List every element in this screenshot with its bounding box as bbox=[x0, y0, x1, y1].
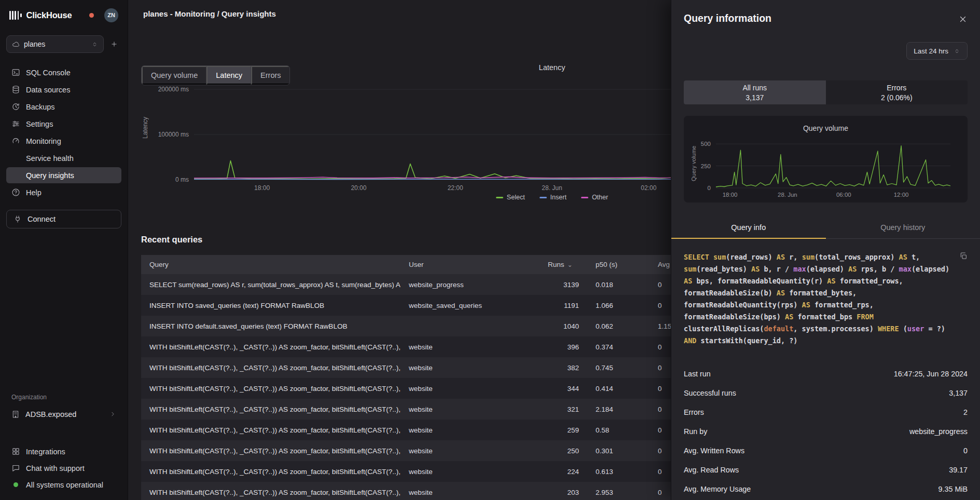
legend-insert[interactable]: Insert bbox=[540, 194, 567, 201]
sidebar-item-integrations[interactable]: Integrations bbox=[6, 443, 121, 460]
col-header-runs[interactable]: Runs⌄ bbox=[540, 255, 587, 274]
volume-plot bbox=[716, 139, 950, 188]
stat-errors[interactable]: Errors 2 (0.06%) bbox=[826, 80, 968, 104]
tab-query-info[interactable]: Query info bbox=[671, 218, 826, 238]
y-axis-label: Latency bbox=[141, 76, 149, 180]
cell-runs: 382 bbox=[540, 357, 587, 378]
recent-queries-body: SELECT sum(read_rows) AS r, sum(total_ro… bbox=[141, 274, 764, 500]
chat-icon bbox=[11, 464, 20, 472]
copy-icon[interactable] bbox=[959, 252, 968, 260]
table-row[interactable]: INSERT INTO default.saved_queries (text)… bbox=[141, 316, 764, 336]
sql-code: SELECT sum(read_rows) AS r, sum(total_ro… bbox=[684, 253, 949, 345]
table-header-row: Query User Runs⌄ p50 (s) Avg bbox=[141, 255, 764, 274]
tab-query-volume[interactable]: Query volume bbox=[142, 66, 206, 85]
legend-swatch bbox=[496, 197, 503, 198]
table-row[interactable]: WITH bitShiftLeft(CAST(?..), _CAST(?..))… bbox=[141, 461, 764, 482]
chart-title: Query volume bbox=[690, 124, 961, 132]
y-axis-ticks: 0250500 bbox=[697, 139, 716, 188]
cell-query: WITH bitShiftLeft(CAST(?..), _CAST(?..))… bbox=[141, 482, 401, 500]
building-icon bbox=[11, 410, 20, 418]
sidebar-item-service-health[interactable]: Service health bbox=[6, 150, 121, 166]
cell-user bbox=[401, 316, 540, 336]
plug-icon bbox=[13, 215, 22, 223]
cell-runs: 3139 bbox=[540, 274, 587, 295]
cell-user: website bbox=[401, 420, 540, 440]
panel-title: Query information bbox=[684, 12, 771, 24]
legend-select[interactable]: Select bbox=[496, 194, 525, 201]
service-selector[interactable]: planes bbox=[6, 35, 104, 53]
cell-runs: 259 bbox=[540, 420, 587, 440]
col-header-query[interactable]: Query bbox=[141, 255, 401, 274]
cell-p50: 0.374 bbox=[587, 336, 650, 357]
table-row[interactable]: WITH bitShiftLeft(CAST(?..), _CAST(?..))… bbox=[141, 440, 764, 461]
sidebar-item-data-sources[interactable]: Data sources bbox=[6, 82, 121, 98]
detail-label: Avg. Memory Usage bbox=[684, 485, 751, 493]
table-row[interactable]: WITH bitShiftLeft(CAST(?..), _CAST(?..))… bbox=[141, 399, 764, 420]
sidebar-item-all-systems-operational[interactable]: All systems operational bbox=[6, 477, 121, 493]
cell-query: SELECT sum(read_rows) AS r, sum(total_ro… bbox=[141, 274, 401, 295]
connect-label: Connect bbox=[27, 215, 56, 223]
close-icon[interactable] bbox=[958, 15, 968, 24]
detail-row: Successful runs3,137 bbox=[684, 384, 968, 403]
avatar[interactable]: ZN bbox=[104, 8, 118, 22]
stat-label: Errors bbox=[887, 84, 906, 92]
notification-dot[interactable] bbox=[89, 13, 94, 18]
backup-icon bbox=[11, 102, 20, 111]
col-header-p50[interactable]: p50 (s) bbox=[587, 255, 650, 274]
cell-runs: 1040 bbox=[540, 316, 587, 336]
table-row[interactable]: WITH bitShiftLeft(CAST(?..), _CAST(?..))… bbox=[141, 378, 764, 399]
cell-runs: 396 bbox=[540, 336, 587, 357]
sort-desc-icon: ⌄ bbox=[568, 261, 573, 268]
legend-other[interactable]: Other bbox=[581, 194, 608, 201]
select-carets-icon bbox=[954, 48, 960, 55]
sidebar-item-backups[interactable]: Backups bbox=[6, 99, 121, 115]
cell-query: INSERT INTO default.saved_queries (text)… bbox=[141, 316, 401, 336]
add-service-button[interactable] bbox=[107, 35, 121, 53]
brand-name[interactable]: ClickHouse bbox=[26, 10, 72, 20]
detail-row: Run bywebsite_progress bbox=[684, 422, 968, 441]
data-icon bbox=[11, 85, 20, 94]
x-tick-label: 06:00 bbox=[836, 192, 851, 198]
cell-p50: 0.745 bbox=[587, 357, 650, 378]
sidebar-item-sql-console[interactable]: SQL Console bbox=[6, 64, 121, 80]
table-row[interactable]: INSERT INTO saved_queries (text) FORMAT … bbox=[141, 295, 764, 316]
sidebar-item-query-insights[interactable]: Query insights bbox=[6, 167, 121, 183]
table-row[interactable]: SELECT sum(read_rows) AS r, sum(total_ro… bbox=[141, 274, 764, 295]
stat-value: 2 (0.06%) bbox=[881, 93, 913, 102]
chart-view-tabs: Query volume Latency Errors bbox=[141, 65, 290, 85]
detail-label: Avg. Written Rows bbox=[684, 447, 744, 455]
table-row[interactable]: WITH bitShiftLeft(CAST(?..), _CAST(?..))… bbox=[141, 482, 764, 500]
sidebar-item-monitoring[interactable]: Monitoring bbox=[6, 133, 121, 149]
col-header-user[interactable]: User bbox=[401, 255, 540, 274]
cell-p50: 0.301 bbox=[587, 440, 650, 461]
tab-latency[interactable]: Latency bbox=[206, 66, 251, 85]
sidebar-item-label: Service health bbox=[26, 154, 74, 163]
tab-query-history[interactable]: Query history bbox=[826, 218, 980, 238]
terminal-icon bbox=[11, 68, 20, 77]
sidebar-item-chat-with-support[interactable]: Chat with support bbox=[6, 460, 121, 476]
organization-switcher[interactable]: ADSB.exposed bbox=[6, 406, 121, 423]
stat-all-runs[interactable]: All runs 3,137 bbox=[684, 80, 826, 104]
legend-label: Select bbox=[507, 194, 525, 201]
cell-p50: 2.953 bbox=[587, 482, 650, 500]
sidebar-item-help[interactable]: Help bbox=[6, 184, 121, 200]
cell-p50: 0.062 bbox=[587, 316, 650, 336]
stat-label: All runs bbox=[742, 84, 767, 92]
table-row[interactable]: WITH bitShiftLeft(CAST(?..), _CAST(?..))… bbox=[141, 336, 764, 357]
x-tick-label: 22:00 bbox=[448, 184, 463, 192]
help-icon bbox=[11, 188, 20, 197]
query-volume-chart: Query volume Query volume 0250500 18:002… bbox=[684, 116, 968, 202]
detail-label: Run by bbox=[684, 427, 707, 436]
tab-errors[interactable]: Errors bbox=[251, 66, 289, 85]
gauge-icon bbox=[11, 137, 20, 145]
recent-queries-title: Recent queries bbox=[141, 235, 764, 245]
y-tick-label: 0 ms bbox=[175, 176, 189, 183]
sidebar-item-settings[interactable]: Settings bbox=[6, 116, 121, 132]
time-range-value: Last 24 hrs bbox=[914, 47, 948, 55]
time-range-select[interactable]: Last 24 hrs bbox=[906, 42, 968, 60]
table-row[interactable]: WITH bitShiftLeft(CAST(?..), _CAST(?..))… bbox=[141, 357, 764, 378]
query-information-panel: Query information Last 24 hrs All runs 3… bbox=[671, 0, 980, 500]
detail-row: Last run16:47:25, Jun 28 2024 bbox=[684, 364, 968, 384]
table-row[interactable]: WITH bitShiftLeft(CAST(?..), _CAST(?..))… bbox=[141, 420, 764, 440]
connect-button[interactable]: Connect bbox=[6, 210, 121, 228]
